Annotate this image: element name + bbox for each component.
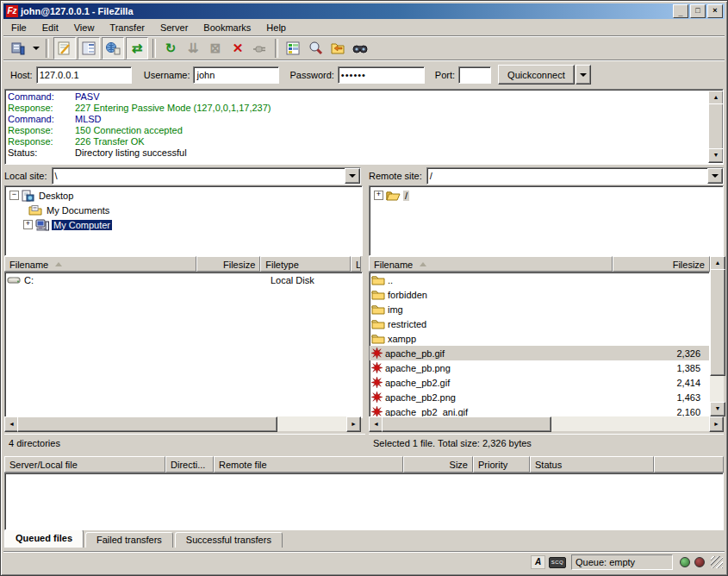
host-input[interactable] (36, 66, 132, 84)
menu-bookmarks[interactable]: Bookmarks (196, 20, 258, 35)
reconnect-button[interactable] (250, 38, 271, 59)
scroll-down-button[interactable]: ▼ (708, 148, 724, 163)
menu-transfer[interactable]: Transfer (102, 20, 152, 35)
resize-grip[interactable] (711, 556, 723, 568)
filter-icon (285, 41, 301, 56)
password-input[interactable] (338, 66, 425, 84)
tree-item-my-documents[interactable]: My Documents (5, 203, 362, 217)
toggle-queue-button[interactable]: ⇄ (126, 37, 148, 59)
find-button[interactable] (350, 38, 370, 59)
column-header-direction[interactable]: Directi... (165, 456, 214, 473)
column-header-status[interactable]: Status (530, 456, 654, 473)
collapse-icon[interactable]: − (9, 191, 19, 200)
filetype-cell: Local Disk (266, 275, 362, 285)
combo-dropdown-button[interactable] (345, 168, 360, 184)
process-queue-button[interactable]: ⇊ (183, 38, 203, 59)
cancel-button[interactable]: ⊠ (205, 38, 226, 59)
file-row-selected[interactable]: apache_pb.gif 2,326 (370, 346, 709, 360)
column-header-priority[interactable]: Priority (473, 456, 530, 473)
file-row[interactable]: .. (370, 272, 709, 287)
remote-list-header: Filename Filesize (369, 256, 710, 272)
menu-file[interactable]: File (3, 20, 34, 35)
filezilla-logo-icon: Fz (6, 5, 18, 17)
remote-file-list[interactable]: .. forbidden img restricted xampp apache… (369, 272, 710, 418)
file-row[interactable]: img (370, 302, 709, 316)
tab-successful-transfers[interactable]: Successful transfers (175, 532, 283, 548)
toolbar-separator (46, 39, 49, 58)
file-row[interactable]: xampp (370, 331, 709, 346)
expand-icon[interactable]: + (374, 191, 383, 200)
tree-item-root[interactable]: + / (370, 188, 723, 203)
scroll-thumb[interactable] (17, 416, 277, 432)
filter-button[interactable] (283, 38, 303, 59)
site-manager-dropdown-button[interactable] (30, 38, 41, 59)
site-manager-button[interactable] (8, 38, 28, 59)
speedlimit-icon[interactable]: SCQ (549, 557, 566, 568)
file-row-c-drive[interactable]: C: Local Disk (5, 272, 362, 287)
scroll-right-button[interactable]: ► (709, 416, 724, 432)
sort-ascending-icon (420, 262, 426, 266)
sync-browsing-button[interactable] (327, 38, 348, 59)
compare-button[interactable] (305, 38, 326, 59)
message-log[interactable]: Command:PASV Response:227 Entering Passi… (4, 89, 724, 165)
scroll-down-button[interactable]: ▼ (710, 402, 725, 416)
scroll-thumb[interactable] (708, 103, 724, 150)
column-header-filetype[interactable]: Filetype (260, 256, 351, 272)
port-input[interactable] (458, 66, 491, 84)
local-site-combo[interactable]: \ (52, 167, 361, 185)
quickconnect-button[interactable]: Quickconnect (498, 65, 575, 85)
column-header-lastmodified[interactable]: L (351, 256, 361, 272)
local-file-list[interactable]: C: Local Disk (4, 272, 363, 418)
column-header-filesize[interactable]: Filesize (613, 256, 710, 272)
tree-item-desktop[interactable]: − Desktop (5, 188, 362, 203)
file-row[interactable]: forbidden (370, 287, 709, 302)
toggle-log-button[interactable] (53, 37, 76, 59)
local-list-header: Filename Filesize Filetype L (4, 256, 361, 272)
toggle-local-tree-button[interactable] (78, 37, 100, 59)
expand-icon[interactable]: + (23, 220, 33, 229)
ascii-transfer-type-icon[interactable]: A (531, 555, 545, 569)
log-vertical-scrollbar[interactable]: ▲ ▼ (708, 91, 722, 163)
tab-queued-files[interactable]: Queued files (4, 529, 84, 548)
toggle-remote-tree-icon (105, 41, 121, 56)
disconnect-button[interactable]: ✕ (227, 38, 248, 59)
remote-horizontal-scrollbar[interactable]: ◄ ► (369, 416, 724, 431)
minimize-button[interactable]: _ (673, 4, 688, 18)
title-bar[interactable]: Fz john@127.0.0.1 - FileZilla _ □ × (3, 3, 725, 19)
tree-item-my-computer[interactable]: + My Computer (5, 217, 362, 232)
local-tree[interactable]: − Desktop My Documents + My Computer (4, 185, 363, 256)
close-button[interactable]: × (707, 4, 723, 18)
menu-edit[interactable]: Edit (34, 20, 66, 35)
remote-vertical-scrollbar[interactable]: ▲ ▼ (710, 256, 724, 416)
maximize-button[interactable]: □ (690, 4, 706, 18)
folder-icon (371, 304, 385, 315)
username-input[interactable] (193, 66, 279, 84)
column-header-filename[interactable]: Filename (369, 256, 613, 272)
menu-view[interactable]: View (66, 20, 103, 35)
column-header-remote-file[interactable]: Remote file (214, 456, 403, 473)
combo-dropdown-button[interactable] (707, 168, 723, 184)
file-row[interactable]: apache_pb.png 1,385 (370, 360, 709, 375)
queue-list[interactable] (4, 473, 724, 530)
scroll-thumb[interactable] (382, 416, 551, 432)
file-row[interactable]: restricted (370, 316, 709, 331)
quickconnect-dropdown-button[interactable] (576, 65, 591, 85)
local-horizontal-scrollbar[interactable]: ◄ ► (4, 416, 361, 431)
file-row[interactable]: apache_pb2.png 1,463 (370, 390, 709, 404)
column-header-server-local-file[interactable]: Server/Local file (4, 456, 165, 473)
column-header-size[interactable]: Size (403, 456, 473, 473)
menu-server[interactable]: Server (152, 20, 196, 35)
scroll-right-button[interactable]: ► (346, 416, 361, 432)
column-header-filesize[interactable]: Filesize (196, 256, 260, 272)
queue-status-field: Queue: empty (571, 554, 673, 570)
file-row[interactable]: apache_pb2.gif 2,414 (370, 375, 709, 390)
refresh-button[interactable]: ↻ (160, 38, 181, 59)
scroll-thumb[interactable] (710, 269, 725, 376)
menu-help[interactable]: Help (258, 20, 294, 35)
tab-failed-transfers[interactable]: Failed transfers (85, 532, 173, 548)
toggle-remote-tree-button[interactable] (102, 37, 124, 59)
sync-browsing-icon (330, 41, 345, 56)
remote-tree[interactable]: + / (369, 185, 724, 256)
remote-site-combo[interactable]: / (426, 167, 724, 185)
column-header-filename[interactable]: Filename (4, 256, 196, 272)
